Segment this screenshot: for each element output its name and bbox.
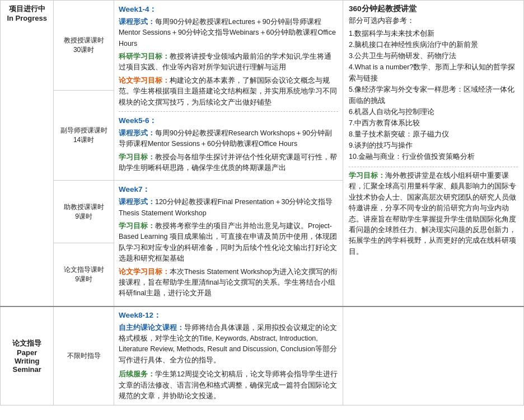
360-item-5: 6.机器人自动化与控制理论 [349, 106, 518, 117]
360-item-9: 10.金融与商业：行业价值投资策略分析 [349, 151, 518, 162]
paper-block2: 后续服务：学生第12周提交论文初稿后，论文导师将会指导学生进行文章的语法修改、语… [119, 369, 338, 402]
sublabel-paper: 不限时指导 [54, 306, 114, 405]
360-item-7: 8.量子技术新突破：原子磁力仪 [349, 129, 518, 140]
week7-block: Week7： 课程形式：120分钟起教授课程Final Presentation… [119, 184, 338, 299]
section-inprogress-row: 项目进行中 In Progress 教授授课课时 30课时 Week1-4： 课… [1, 1, 524, 91]
week5-6-form: 课程形式：每周90分钟起教授课程Research Workshops＋90分钟副… [119, 128, 338, 150]
section-label-en: In Progress [5, 14, 49, 22]
paper-label-en1: Paper Writing [5, 348, 49, 365]
week5-6-goal: 学习目标：教授会与各组学生探讨并评估个性化研究课题可行性，帮助学生明晰科研思路，… [119, 152, 338, 174]
week1-6-content: Week1-4： 课程形式：每周90分钟起教授课程Lectures＋90分钟副导… [114, 1, 343, 181]
paper-360-placeholder [343, 306, 524, 405]
360-item-2: 3.公共卫生与药物研发、药物疗法 [349, 50, 518, 62]
week1-4-form: 课程形式：每周90分钟起教授课程Lectures＋90分钟副导师课程Mentor… [119, 17, 338, 49]
sublabel-teacher: 教授授课课时 30课时 [54, 1, 114, 91]
paper-block1: 自主约课论文课程：导师将结合具体课题，采用拟投会议规定的论文格式模板，对学生论文… [119, 323, 338, 366]
360-item-0: 1.数据科学与未来技术创新 [349, 28, 518, 39]
section-inprogress-label: 项目进行中 In Progress [1, 1, 54, 306]
paper-week-content: Week8-12： 自主约课论文课程：导师将结合具体课题，采用拟投会议规定的论文… [114, 306, 343, 405]
360-item-3: 4.What is a number?数学、形而上学和认知的哲学探索与链接 [349, 62, 518, 84]
paper-week-title: Week8-12： [119, 310, 338, 320]
sublabel-assistant-mentor: 副导师授课课时 14课时 [54, 91, 114, 181]
main-table: 项目进行中 In Progress 教授授课课时 30课时 Week1-4： 课… [0, 0, 524, 405]
360-learning-block: 学习目标：海外教授讲堂是在线小组科研中重要课程，汇聚全球高引用量科学家、颇具影响… [349, 171, 518, 257]
week5-6-block: Week5-6： 课程形式：每周90分钟起教授课程Research Worksh… [119, 115, 338, 173]
week7-thesis: 论文学习目标：本次Thesis Statement Workshop为进入论文撰… [119, 267, 338, 299]
360-item-4: 5.像经济学家与外交专家一样思考：区域经济一体化面临的挑战 [349, 84, 518, 106]
week7-content: Week7： 课程形式：120分钟起教授课程Final Presentation… [114, 181, 343, 306]
week7-goal: 学习目标：教授将考察学生的项目产出并给出意见与建议。Project-Based … [119, 221, 338, 265]
paper-label-en2: Seminar [5, 365, 49, 374]
section-paper-writing-row: 论文指导 Paper Writing Seminar 不限时指导 Week8-1… [1, 306, 524, 405]
week7-form: 课程形式：120分钟起教授课程Final Presentation＋30分钟论文… [119, 197, 338, 219]
week1-4-sci: 科研学习目标：教授将讲授专业领域内最前沿的学术知识,学生将通过项目实践、作业等内… [119, 51, 338, 73]
360-item-1: 2.脑机接口在神经性疾病治疗中的新前景 [349, 39, 518, 50]
sublabel-thesis-guide: 论文指导课时 9课时 [54, 243, 114, 306]
360-items-list: 1.数据科学与未来技术创新 2.脑机接口在神经性疾病治疗中的新前景 3.公共卫生… [349, 28, 518, 162]
sublabel-ta: 助教授课课时 9课时 [54, 181, 114, 243]
360-intro: 部分可选内容参考： [349, 16, 518, 26]
360-item-8: 9.谈判的技巧与操作 [349, 140, 518, 151]
section-label-cn: 项目进行中 [5, 4, 49, 14]
section-paper-label: 论文指导 Paper Writing Seminar [1, 306, 54, 405]
section-360-content: 360分钟起教授讲堂 部分可选内容参考： 1.数据科学与未来技术创新 2.脑机接… [343, 1, 524, 306]
paper-label-cn: 论文指导 [5, 338, 49, 348]
week1-4-block: Week1-4： 课程形式：每周90分钟起教授课程Lectures＋90分钟副导… [119, 4, 338, 108]
360-title: 360分钟起教授讲堂 [349, 4, 518, 14]
week1-4-thesis: 论文学习目标：构建论文的基本素养，了解国际会议论文概念与规范。学生将根据项目主题… [119, 75, 338, 108]
360-item-6: 7.中西方教育体系比较 [349, 117, 518, 129]
